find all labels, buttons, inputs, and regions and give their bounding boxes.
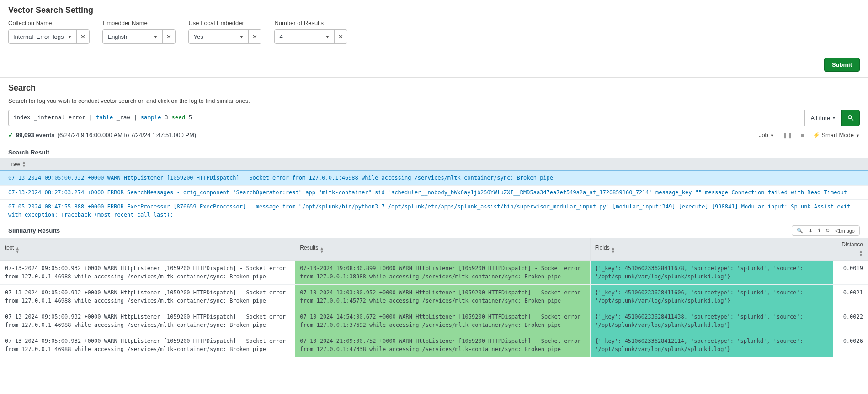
- search-result-row[interactable]: 07-13-2024 09:05:00.932 +0000 WARN HttpL…: [0, 170, 868, 185]
- embedder-name-label: Embedder Name: [102, 20, 176, 27]
- query-tok: 3: [161, 114, 172, 121]
- search-icon[interactable]: 🔍: [797, 228, 803, 234]
- close-icon: ✕: [166, 33, 171, 40]
- cell-distance[interactable]: 0.0022: [833, 309, 868, 333]
- vector-search-setting-section: Vector Search Setting Collection Name In…: [0, 0, 868, 78]
- caret-down-icon: ▼: [770, 133, 774, 138]
- similarity-row: 07-13-2024 09:05:00.932 +0000 WARN HttpL…: [0, 333, 868, 357]
- column-raw-label: _raw: [8, 161, 20, 167]
- cell-fields[interactable]: {'_key': 451060233628411606, 'sourcetype…: [590, 285, 833, 309]
- use-local-value: Yes: [193, 33, 203, 40]
- download-icon[interactable]: ⬇: [809, 228, 813, 234]
- search-result-column-header[interactable]: _raw ▲▼: [0, 158, 868, 170]
- stop-icon[interactable]: ■: [801, 132, 804, 138]
- search-status-left: ✓ 99,093 events (6/24/24 9:16:00.000 AM …: [8, 132, 196, 138]
- cell-distance[interactable]: 0.0026: [833, 333, 868, 357]
- submit-button[interactable]: Submit: [824, 58, 860, 72]
- cell-distance[interactable]: 0.0021: [833, 285, 868, 309]
- embedder-name-select[interactable]: English ▼: [103, 30, 162, 43]
- use-local-select[interactable]: Yes ▼: [189, 30, 248, 43]
- col-results-header[interactable]: Results ▲▼: [295, 238, 590, 261]
- collection-name-select[interactable]: Internal_Error_logs ▼: [9, 30, 76, 43]
- col-text-header[interactable]: text ▲▼: [0, 238, 295, 261]
- similarity-section: Similarity Results 🔍 ⬇ ℹ ↻ <1m ago text …: [0, 222, 868, 357]
- caret-down-icon: ▼: [325, 34, 330, 39]
- search-result-rows: 07-13-2024 09:05:00.932 +0000 WARN HttpL…: [0, 170, 868, 222]
- info-icon[interactable]: ℹ: [818, 228, 820, 234]
- collection-name-clear[interactable]: ✕: [76, 30, 89, 43]
- num-results-filter: Number of Results 4 ▼ ✕: [274, 20, 347, 44]
- num-results-clear[interactable]: ✕: [334, 30, 347, 43]
- search-title: Search: [8, 83, 860, 93]
- search-section: Search Search for log you wish to conduc…: [0, 78, 868, 144]
- search-result-row[interactable]: 07-05-2024 08:47:55.888 +0000 ERROR Exec…: [0, 199, 868, 222]
- similarity-table: text ▲▼ Results ▲▼ Fields ▲▼ Distance ▲▼…: [0, 238, 868, 357]
- event-range: (6/24/24 9:16:00.000 AM to 7/24/24 1:47:…: [58, 132, 197, 138]
- cell-text[interactable]: 07-13-2024 09:05:00.932 +0000 WARN HttpL…: [0, 309, 295, 333]
- cell-fields[interactable]: {'_key': 451060233628411438, 'sourcetype…: [590, 309, 833, 333]
- close-icon: ✕: [80, 33, 85, 40]
- col-fields-header[interactable]: Fields ▲▼: [590, 238, 833, 261]
- query-tok: _raw |: [113, 114, 140, 121]
- search-icon: [847, 114, 854, 122]
- query-tok-table: table: [96, 114, 113, 121]
- cell-text[interactable]: 07-13-2024 09:05:00.932 +0000 WARN HttpL…: [0, 261, 295, 285]
- query-tok-seed: seed: [171, 114, 185, 121]
- job-dropdown[interactable]: Job▼: [759, 132, 774, 138]
- time-picker-label: All time: [810, 115, 830, 122]
- query-tok-sample: sample: [140, 114, 161, 121]
- cell-text[interactable]: 07-13-2024 09:05:00.932 +0000 WARN HttpL…: [0, 285, 295, 309]
- caret-down-icon: ▼: [832, 116, 836, 120]
- cell-fields[interactable]: {'_key': 451060233628412114, 'sourcetype…: [590, 333, 833, 357]
- cell-results[interactable]: 07-10-2024 13:03:00.952 +0000 WARN HttpL…: [295, 285, 590, 309]
- collection-name-filter: Collection Name Internal_Error_logs ▼ ✕: [8, 20, 90, 44]
- similarity-header-row: text ▲▼ Results ▲▼ Fields ▲▼ Distance ▲▼: [0, 238, 868, 261]
- cell-results[interactable]: 07-10-2024 19:08:00.899 +0000 WARN HttpL…: [295, 261, 590, 285]
- num-results-combo[interactable]: 4 ▼ ✕: [274, 29, 347, 44]
- search-input[interactable]: index=_internal error | table _raw | sam…: [8, 110, 804, 126]
- caret-down-icon: ▼: [240, 34, 244, 39]
- search-run-button[interactable]: [841, 110, 860, 126]
- use-local-label: Use Local Embedder: [188, 20, 261, 27]
- pause-icon[interactable]: ❚❚: [783, 132, 793, 138]
- cell-results[interactable]: 07-10-2024 14:54:00.672 +0000 WARN HttpL…: [295, 309, 590, 333]
- use-local-combo[interactable]: Yes ▼ ✕: [188, 29, 261, 44]
- event-count: 99,093 events: [16, 132, 55, 138]
- search-subtitle: Search for log you wish to conduct vecto…: [8, 97, 860, 104]
- refresh-icon[interactable]: ↻: [825, 228, 830, 234]
- sort-icon: ▲▼: [320, 246, 324, 254]
- search-status-right: Job▼ ❚❚ ■ ⚡ Smart Mode▼: [759, 132, 860, 138]
- embedder-name-filter: Embedder Name English ▼ ✕: [102, 20, 176, 44]
- search-result-section: Search Result _raw ▲▼ 07-13-2024 09:05:0…: [0, 144, 868, 222]
- cell-fields[interactable]: {'_key': 451060233628411678, 'sourcetype…: [590, 261, 833, 285]
- num-results-label: Number of Results: [274, 20, 347, 27]
- similarity-row: 07-13-2024 09:05:00.932 +0000 WARN HttpL…: [0, 261, 868, 285]
- similarity-row: 07-13-2024 09:05:00.932 +0000 WARN HttpL…: [0, 285, 868, 309]
- collection-name-combo[interactable]: Internal_Error_logs ▼ ✕: [8, 29, 90, 44]
- col-distance-header[interactable]: Distance ▲▼: [833, 238, 868, 261]
- smart-mode-dropdown[interactable]: ⚡ Smart Mode▼: [813, 132, 860, 138]
- num-results-value: 4: [279, 33, 282, 40]
- cell-text[interactable]: 07-13-2024 09:05:00.932 +0000 WARN HttpL…: [0, 333, 295, 357]
- caret-down-icon: ▼: [68, 34, 72, 39]
- sort-icon: ▲▼: [611, 246, 615, 254]
- search-status-row: ✓ 99,093 events (6/24/24 9:16:00.000 AM …: [8, 132, 860, 138]
- bolt-icon: ⚡: [813, 132, 820, 138]
- embedder-name-clear[interactable]: ✕: [162, 30, 175, 43]
- sort-icon: ▲▼: [16, 246, 20, 254]
- caret-down-icon: ▼: [856, 133, 860, 138]
- time-picker[interactable]: All time ▼: [804, 110, 841, 126]
- submit-row: Submit: [8, 58, 860, 72]
- search-result-row[interactable]: 07-13-2024 08:27:03.274 +0000 ERROR Sear…: [0, 185, 868, 199]
- use-local-clear[interactable]: ✕: [248, 30, 261, 43]
- filters-row: Collection Name Internal_Error_logs ▼ ✕ …: [8, 20, 860, 44]
- check-icon: ✓: [8, 132, 13, 138]
- close-icon: ✕: [252, 33, 257, 40]
- embedder-name-combo[interactable]: English ▼ ✕: [102, 29, 176, 44]
- collection-name-value: Internal_Error_logs: [13, 33, 64, 40]
- cell-results[interactable]: 07-10-2024 21:09:00.752 +0000 WARN HttpL…: [295, 333, 590, 357]
- search-result-title: Search Result: [0, 144, 868, 158]
- num-results-select[interactable]: 4 ▼: [275, 30, 334, 43]
- cell-distance[interactable]: 0.0019: [833, 261, 868, 285]
- search-bar: index=_internal error | table _raw | sam…: [8, 110, 860, 126]
